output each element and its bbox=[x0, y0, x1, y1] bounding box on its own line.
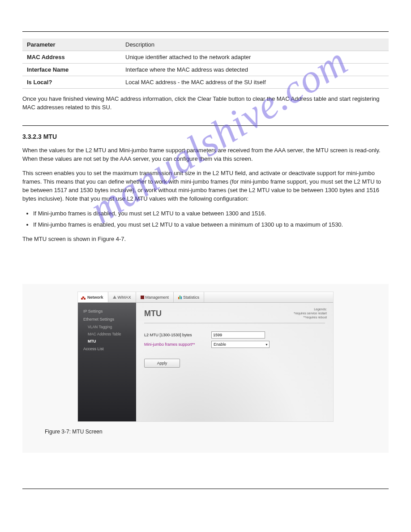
form-row-mtu: L2 MTU [1300-1530] bytes bbox=[144, 331, 325, 339]
paragraph-3: The MTU screen is shown in Figure 4-7. bbox=[22, 235, 389, 244]
sidebar-item-mtu[interactable]: MTU bbox=[78, 338, 136, 345]
sidebar: IP Settings Ethernet Settings VLAN Taggi… bbox=[78, 303, 136, 421]
legends-line: *requires service restart bbox=[294, 311, 327, 315]
input-l2-mtu[interactable] bbox=[211, 331, 265, 339]
cell-desc: Interface where the MAC address was dete… bbox=[125, 66, 384, 73]
bar-chart-icon bbox=[178, 296, 182, 299]
monitor-icon bbox=[141, 296, 144, 299]
paragraph-2: This screen enables you to set the maxim… bbox=[22, 169, 389, 203]
legends-line: **requires reboot bbox=[294, 315, 327, 319]
label-mini-jumbo: Mini-jumbo frames support** bbox=[144, 342, 211, 347]
section-heading: 3.3.2.3 MTU bbox=[22, 133, 389, 140]
tab-network[interactable]: Network bbox=[78, 292, 108, 302]
sidebar-item-ethernet-settings[interactable]: Ethernet Settings bbox=[78, 315, 136, 323]
sidebar-item-ip-settings[interactable]: IP Settings bbox=[78, 307, 136, 315]
tab-label: Network bbox=[87, 295, 103, 300]
select-mini-jumbo[interactable]: Enable ▼ bbox=[211, 341, 270, 348]
cell-param: Is Local? bbox=[27, 79, 125, 86]
network-icon bbox=[82, 296, 84, 298]
sidebar-item-mac-address-table[interactable]: MAC Address Table bbox=[78, 330, 136, 338]
tab-wimax[interactable]: WiMAX bbox=[108, 292, 136, 302]
figure-caption: Figure 3-7: MTU Screen bbox=[45, 421, 366, 439]
chevron-down-icon: ▼ bbox=[265, 343, 268, 346]
body-paragraph: Once you have finished viewing MAC addre… bbox=[22, 95, 389, 112]
section-divider bbox=[22, 125, 389, 126]
legends-title: Legends: bbox=[294, 307, 327, 311]
label-l2-mtu: L2 MTU [1300-1530] bytes bbox=[144, 333, 211, 337]
antenna-icon bbox=[113, 296, 116, 299]
legends-box: Legends: *requires service restart **req… bbox=[294, 307, 327, 319]
paragraph-1: When the values for the L2 MTU and Mini-… bbox=[22, 146, 389, 163]
param-table: Parameter Description MAC Address Unique… bbox=[22, 39, 389, 89]
tab-management[interactable]: Management bbox=[136, 292, 174, 302]
select-value: Enable bbox=[214, 342, 226, 347]
page-footer bbox=[22, 489, 389, 494]
apply-button[interactable]: Apply bbox=[144, 359, 180, 368]
table-row: Interface Name Interface where the MAC a… bbox=[22, 64, 389, 76]
table-row: MAC Address Unique identifier attached t… bbox=[22, 51, 389, 64]
top-tabbar: Network WiMAX Management Statisti bbox=[78, 292, 333, 303]
bullet-2: If Mini-jumbo frames is enabled, you mus… bbox=[33, 221, 389, 229]
cell-desc: Unique identifier attached to the networ… bbox=[125, 54, 384, 60]
cell-param: Interface Name bbox=[27, 66, 125, 73]
tab-label: Management bbox=[146, 295, 169, 300]
cell-desc: Local MAC address - the MAC address of t… bbox=[125, 79, 384, 86]
figure-container: Network WiMAX Management Statisti bbox=[22, 284, 389, 453]
sidebar-item-access-list[interactable]: Access List bbox=[78, 345, 136, 353]
form-row-jumbo: Mini-jumbo frames support** Enable ▼ bbox=[144, 341, 325, 348]
bullet-1: If Mini-jumbo frames is disabled, you mu… bbox=[33, 210, 389, 218]
content-pane: Legends: *requires service restart **req… bbox=[136, 303, 333, 421]
tab-label: WiMAX bbox=[118, 295, 131, 300]
cell-param: MAC Address bbox=[27, 54, 125, 60]
table-row: Is Local? Local MAC address - the MAC ad… bbox=[22, 76, 389, 89]
ui-screenshot: Network WiMAX Management Statisti bbox=[78, 292, 333, 421]
th-description: Description bbox=[125, 41, 384, 48]
tab-statistics[interactable]: Statistics bbox=[174, 292, 204, 302]
top-rule bbox=[22, 31, 389, 32]
th-parameter: Parameter bbox=[27, 41, 125, 48]
tab-label: Statistics bbox=[183, 295, 199, 300]
sidebar-item-vlan-tagging[interactable]: VLAN Tagging bbox=[78, 323, 136, 330]
